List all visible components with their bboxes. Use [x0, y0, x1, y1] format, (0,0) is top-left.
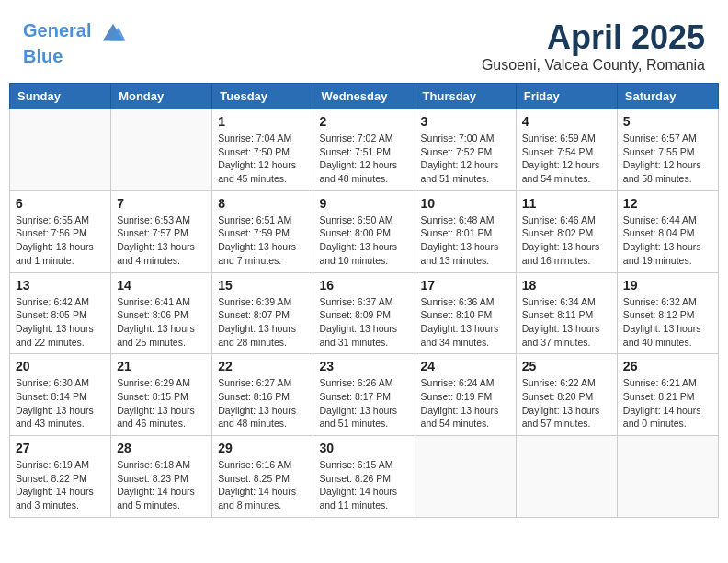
calendar-cell [516, 436, 617, 518]
day-number: 26 [623, 359, 712, 373]
weekday-header-wednesday: Wednesday [313, 84, 415, 109]
calendar-cell: 12Sunrise: 6:44 AM Sunset: 8:04 PM Dayli… [617, 190, 718, 272]
weekday-header-tuesday: Tuesday [212, 84, 313, 109]
day-info: Sunrise: 6:24 AM Sunset: 8:19 PM Dayligh… [421, 376, 510, 431]
day-number: 7 [117, 196, 206, 211]
day-number: 13 [16, 278, 105, 293]
calendar-cell: 10Sunrise: 6:48 AM Sunset: 8:01 PM Dayli… [415, 190, 516, 272]
calendar-cell: 21Sunrise: 6:29 AM Sunset: 8:15 PM Dayli… [111, 354, 212, 436]
weekday-header-saturday: Saturday [617, 84, 718, 109]
day-info: Sunrise: 6:30 AM Sunset: 8:14 PM Dayligh… [16, 376, 105, 431]
weekday-header-friday: Friday [516, 84, 617, 109]
weekday-header-thursday: Thursday [415, 84, 516, 109]
day-info: Sunrise: 6:34 AM Sunset: 8:11 PM Dayligh… [522, 295, 611, 350]
day-number: 23 [319, 359, 408, 373]
day-info: Sunrise: 6:32 AM Sunset: 8:12 PM Dayligh… [623, 295, 712, 350]
day-number: 22 [218, 359, 307, 373]
day-number: 18 [522, 278, 611, 293]
calendar-cell: 2Sunrise: 7:02 AM Sunset: 7:51 PM Daylig… [313, 109, 415, 191]
calendar-cell: 6Sunrise: 6:55 AM Sunset: 7:56 PM Daylig… [10, 190, 111, 272]
day-info: Sunrise: 6:53 AM Sunset: 7:57 PM Dayligh… [117, 213, 206, 268]
calendar-week-5: 27Sunrise: 6:19 AM Sunset: 8:22 PM Dayli… [10, 436, 719, 518]
calendar-cell: 4Sunrise: 6:59 AM Sunset: 7:54 PM Daylig… [516, 109, 617, 191]
calendar-cell: 1Sunrise: 7:04 AM Sunset: 7:50 PM Daylig… [212, 109, 313, 191]
calendar-cell: 29Sunrise: 6:16 AM Sunset: 8:25 PM Dayli… [212, 436, 313, 518]
calendar-week-3: 13Sunrise: 6:42 AM Sunset: 8:05 PM Dayli… [10, 272, 719, 354]
calendar-cell: 25Sunrise: 6:22 AM Sunset: 8:20 PM Dayli… [516, 354, 617, 436]
calendar-cell: 27Sunrise: 6:19 AM Sunset: 8:22 PM Dayli… [10, 436, 111, 518]
day-info: Sunrise: 6:55 AM Sunset: 7:56 PM Dayligh… [16, 213, 105, 268]
logo-text: General [23, 18, 127, 46]
day-number: 24 [421, 359, 510, 373]
weekday-header-row: SundayMondayTuesdayWednesdayThursdayFrid… [10, 84, 719, 109]
day-number: 17 [421, 278, 510, 293]
day-info: Sunrise: 6:37 AM Sunset: 8:09 PM Dayligh… [319, 295, 408, 350]
day-info: Sunrise: 6:26 AM Sunset: 8:17 PM Dayligh… [319, 376, 408, 431]
day-info: Sunrise: 7:02 AM Sunset: 7:51 PM Dayligh… [319, 132, 408, 186]
calendar-cell: 18Sunrise: 6:34 AM Sunset: 8:11 PM Dayli… [516, 272, 617, 354]
calendar-cell: 19Sunrise: 6:32 AM Sunset: 8:12 PM Dayli… [617, 272, 718, 354]
day-number: 10 [421, 196, 510, 211]
day-number: 4 [522, 114, 611, 129]
day-number: 21 [117, 359, 206, 373]
day-info: Sunrise: 6:16 AM Sunset: 8:25 PM Dayligh… [218, 458, 307, 512]
day-info: Sunrise: 6:51 AM Sunset: 7:59 PM Dayligh… [218, 213, 307, 268]
day-number: 19 [623, 278, 712, 293]
day-info: Sunrise: 6:15 AM Sunset: 8:26 PM Dayligh… [319, 458, 408, 512]
day-info: Sunrise: 6:27 AM Sunset: 8:16 PM Dayligh… [218, 376, 307, 431]
calendar-cell: 24Sunrise: 6:24 AM Sunset: 8:19 PM Dayli… [415, 354, 516, 436]
calendar-cell: 7Sunrise: 6:53 AM Sunset: 7:57 PM Daylig… [111, 190, 212, 272]
calendar-cell: 13Sunrise: 6:42 AM Sunset: 8:05 PM Dayli… [10, 272, 111, 354]
day-number: 1 [218, 114, 307, 129]
day-info: Sunrise: 6:29 AM Sunset: 8:15 PM Dayligh… [117, 376, 206, 431]
day-info: Sunrise: 6:50 AM Sunset: 8:00 PM Dayligh… [319, 213, 408, 268]
day-number: 8 [218, 196, 307, 211]
weekday-header-sunday: Sunday [10, 84, 111, 109]
day-info: Sunrise: 6:44 AM Sunset: 8:04 PM Dayligh… [623, 213, 712, 268]
calendar-cell: 26Sunrise: 6:21 AM Sunset: 8:21 PM Dayli… [617, 354, 718, 436]
day-number: 20 [16, 359, 105, 373]
day-number: 30 [319, 441, 408, 455]
day-info: Sunrise: 7:00 AM Sunset: 7:52 PM Dayligh… [421, 132, 510, 186]
day-info: Sunrise: 6:59 AM Sunset: 7:54 PM Dayligh… [522, 132, 611, 186]
calendar-cell [415, 436, 516, 518]
location-title: Gusoeni, Valcea County, Romania [482, 57, 705, 74]
day-info: Sunrise: 6:36 AM Sunset: 8:10 PM Dayligh… [421, 295, 510, 350]
logo-blue: Blue [23, 46, 127, 66]
day-info: Sunrise: 6:46 AM Sunset: 8:02 PM Dayligh… [522, 213, 611, 268]
day-number: 11 [522, 196, 611, 211]
day-number: 16 [319, 278, 408, 293]
calendar-cell [617, 436, 718, 518]
day-number: 27 [16, 441, 105, 455]
day-number: 2 [319, 114, 408, 129]
calendar-cell: 17Sunrise: 6:36 AM Sunset: 8:10 PM Dayli… [415, 272, 516, 354]
calendar-cell: 5Sunrise: 6:57 AM Sunset: 7:55 PM Daylig… [617, 109, 718, 191]
day-info: Sunrise: 6:19 AM Sunset: 8:22 PM Dayligh… [16, 458, 105, 512]
calendar-cell: 3Sunrise: 7:00 AM Sunset: 7:52 PM Daylig… [415, 109, 516, 191]
title-section: April 2025 Gusoeni, Valcea County, Roman… [482, 18, 705, 74]
day-number: 15 [218, 278, 307, 293]
calendar-week-1: 1Sunrise: 7:04 AM Sunset: 7:50 PM Daylig… [10, 109, 719, 191]
day-number: 6 [16, 196, 105, 211]
calendar-cell: 22Sunrise: 6:27 AM Sunset: 8:16 PM Dayli… [212, 354, 313, 436]
calendar-cell: 20Sunrise: 6:30 AM Sunset: 8:14 PM Dayli… [10, 354, 111, 436]
calendar-cell [111, 109, 212, 191]
calendar-cell: 23Sunrise: 6:26 AM Sunset: 8:17 PM Dayli… [313, 354, 415, 436]
day-number: 14 [117, 278, 206, 293]
day-number: 28 [117, 441, 206, 455]
day-info: Sunrise: 7:04 AM Sunset: 7:50 PM Dayligh… [218, 132, 307, 186]
day-info: Sunrise: 6:18 AM Sunset: 8:23 PM Dayligh… [117, 458, 206, 512]
day-number: 12 [623, 196, 712, 211]
day-number: 5 [623, 114, 712, 129]
day-info: Sunrise: 6:22 AM Sunset: 8:20 PM Dayligh… [522, 376, 611, 431]
day-info: Sunrise: 6:21 AM Sunset: 8:21 PM Dayligh… [623, 376, 712, 431]
calendar-cell: 8Sunrise: 6:51 AM Sunset: 7:59 PM Daylig… [212, 190, 313, 272]
logo: General Blue [23, 18, 127, 66]
day-info: Sunrise: 6:57 AM Sunset: 7:55 PM Dayligh… [623, 132, 712, 186]
month-title: April 2025 [482, 18, 705, 57]
calendar-cell: 14Sunrise: 6:41 AM Sunset: 8:06 PM Dayli… [111, 272, 212, 354]
day-info: Sunrise: 6:39 AM Sunset: 8:07 PM Dayligh… [218, 295, 307, 350]
calendar-week-4: 20Sunrise: 6:30 AM Sunset: 8:14 PM Dayli… [10, 354, 719, 436]
calendar-cell [10, 109, 111, 191]
calendar-cell: 16Sunrise: 6:37 AM Sunset: 8:09 PM Dayli… [313, 272, 415, 354]
